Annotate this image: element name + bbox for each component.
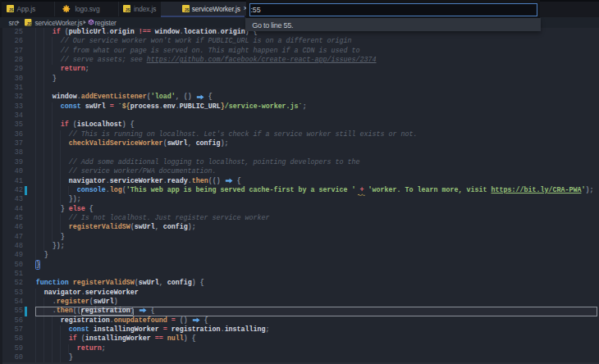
- svg-text:JS: JS: [27, 22, 31, 26]
- svg-text:JS: JS: [126, 8, 130, 12]
- svg-text:JS: JS: [185, 8, 190, 12]
- svg-text:JS: JS: [9, 8, 14, 12]
